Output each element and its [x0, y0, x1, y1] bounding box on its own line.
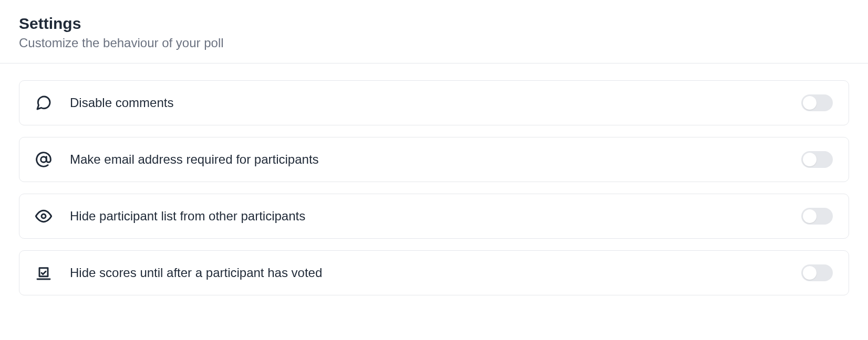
setting-label: Disable comments — [70, 95, 173, 110]
svg-point-0 — [41, 157, 47, 163]
toggle-knob — [803, 153, 817, 166]
toggle-hide-participants[interactable] — [801, 208, 833, 225]
setting-left: Hide scores until after a participant ha… — [35, 264, 322, 281]
setting-label: Hide participant list from other partici… — [70, 209, 305, 224]
toggle-hide-scores[interactable] — [801, 264, 833, 281]
setting-require-email: Make email address required for particip… — [19, 137, 849, 182]
toggle-require-email[interactable] — [801, 151, 833, 168]
page-subtitle: Customize the behaviour of your poll — [19, 36, 849, 50]
settings-header: Settings Customize the behaviour of your… — [0, 0, 868, 63]
setting-disable-comments: Disable comments — [19, 80, 849, 125]
at-sign-icon — [35, 151, 52, 168]
eye-icon — [35, 208, 52, 225]
toggle-knob — [803, 209, 817, 223]
settings-content: Disable comments Make email address requ… — [0, 63, 868, 324]
setting-label: Make email address required for particip… — [70, 152, 319, 167]
setting-left: Hide participant list from other partici… — [35, 208, 305, 225]
vote-icon — [35, 264, 52, 281]
setting-left: Disable comments — [35, 94, 173, 111]
setting-label: Hide scores until after a participant ha… — [70, 265, 322, 280]
page-title: Settings — [19, 15, 849, 33]
message-circle-icon — [35, 94, 52, 111]
setting-left: Make email address required for particip… — [35, 151, 319, 168]
toggle-knob — [803, 96, 817, 110]
toggle-knob — [803, 266, 817, 280]
setting-hide-participants: Hide participant list from other partici… — [19, 194, 849, 239]
setting-hide-scores: Hide scores until after a participant ha… — [19, 250, 849, 295]
toggle-disable-comments[interactable] — [801, 94, 833, 111]
svg-point-1 — [42, 214, 46, 218]
